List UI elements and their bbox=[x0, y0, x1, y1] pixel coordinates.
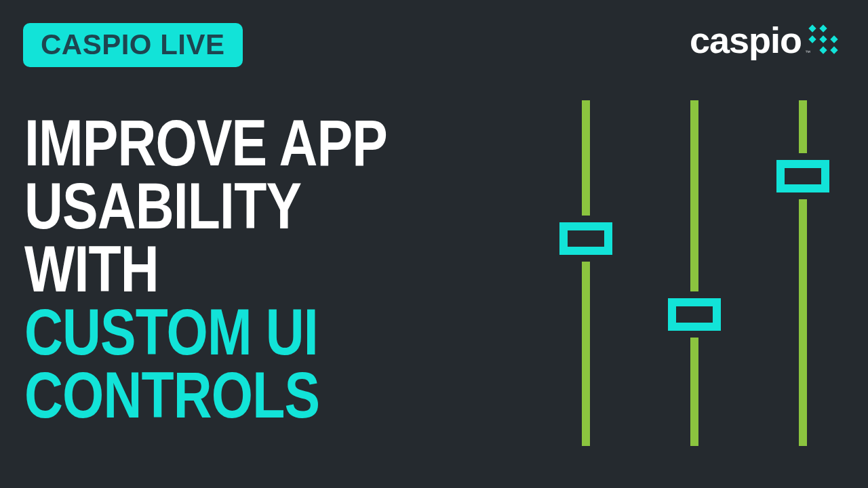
slider-track-icon bbox=[799, 199, 807, 446]
svg-rect-5 bbox=[819, 46, 827, 54]
slider-track-icon bbox=[690, 338, 698, 446]
headline: IMPROVE APP USABILITY WITH CUSTOM UI CON… bbox=[24, 111, 513, 427]
slider-3 bbox=[769, 100, 837, 446]
series-badge: CASPIO LIVE bbox=[23, 23, 243, 67]
slider-track-icon bbox=[582, 100, 590, 216]
headline-line-2: USABILITY WITH bbox=[24, 174, 425, 300]
svg-rect-4 bbox=[830, 35, 837, 43]
headline-line-4: CONTROLS bbox=[24, 363, 425, 426]
brand-dots-icon bbox=[808, 24, 840, 56]
slider-thumb-icon bbox=[668, 298, 721, 331]
svg-rect-2 bbox=[808, 35, 816, 43]
slider-track-icon bbox=[690, 100, 698, 291]
sliders-illustration bbox=[525, 100, 837, 446]
svg-rect-0 bbox=[808, 24, 816, 32]
svg-rect-1 bbox=[819, 24, 827, 32]
headline-line-1: IMPROVE APP bbox=[24, 111, 425, 174]
slider-1 bbox=[552, 100, 620, 446]
svg-rect-6 bbox=[830, 46, 837, 54]
slider-thumb-icon bbox=[559, 222, 612, 255]
svg-rect-3 bbox=[819, 35, 827, 43]
slider-thumb-icon bbox=[776, 160, 829, 192]
brand-logo: caspio ™ bbox=[690, 19, 840, 61]
slider-2 bbox=[660, 100, 728, 446]
brand-wordmark: caspio ™ bbox=[690, 19, 802, 61]
slider-track-icon bbox=[799, 100, 807, 153]
brand-name-text: caspio bbox=[690, 20, 802, 60]
slider-track-icon bbox=[582, 262, 590, 446]
headline-line-3: CUSTOM UI bbox=[24, 300, 425, 363]
